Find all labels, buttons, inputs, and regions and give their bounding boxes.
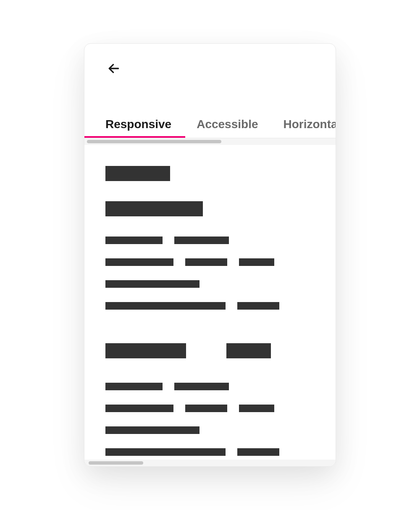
footer-scrollbar-horizontal[interactable] [84,460,336,466]
skeleton-row [105,302,315,314]
card-container: Responsive Accessible Horizontal [84,43,336,467]
skeleton-line [105,383,163,390]
content-section-2 [105,343,315,460]
skeleton-line [105,426,200,434]
skeleton-line [239,405,274,412]
skeleton-row [105,448,315,460]
tab-horizontal[interactable]: Horizontal [284,111,336,138]
skeleton-row [105,426,315,438]
skeleton-line [185,258,227,266]
skeleton-heading-2b [226,343,271,358]
tabs-container: Responsive Accessible Horizontal [84,111,336,138]
skeleton-row [105,258,315,270]
skeleton-row [105,280,315,292]
tabs: Responsive Accessible Horizontal [84,111,336,138]
skeleton-line [185,405,227,412]
skeleton-row [105,405,315,416]
tab-accessible[interactable]: Accessible [197,111,258,138]
skeleton-line [237,448,279,456]
content-scroll[interactable] [84,145,336,460]
back-button[interactable] [105,60,122,77]
skeleton-row [105,383,315,394]
skeleton-line [105,280,200,288]
skeleton-line [174,383,229,390]
skeleton-heading-1 [105,166,170,181]
footer-scrollbar-thumb[interactable] [89,461,143,465]
skeleton-heading-2 [105,343,186,358]
skeleton-line [237,302,279,310]
content-section-1 [105,166,315,314]
content-area [84,145,336,460]
skeleton-heading-row [105,343,315,363]
header [84,44,336,86]
arrow-left-icon [107,62,121,76]
skeleton-line [105,448,226,456]
skeleton-line [105,258,173,266]
tab-responsive[interactable]: Responsive [105,111,171,138]
skeleton-line [105,237,163,244]
skeleton-line [239,258,274,266]
tabs-scrollbar-thumb[interactable] [87,140,221,143]
tab-indicator [84,136,185,138]
skeleton-line [105,405,173,412]
skeleton-row [105,237,315,248]
skeleton-line [174,237,229,244]
skeleton-line [105,302,226,310]
tabs-scrollbar-horizontal[interactable] [84,138,336,145]
skeleton-subheading-1 [105,201,203,216]
